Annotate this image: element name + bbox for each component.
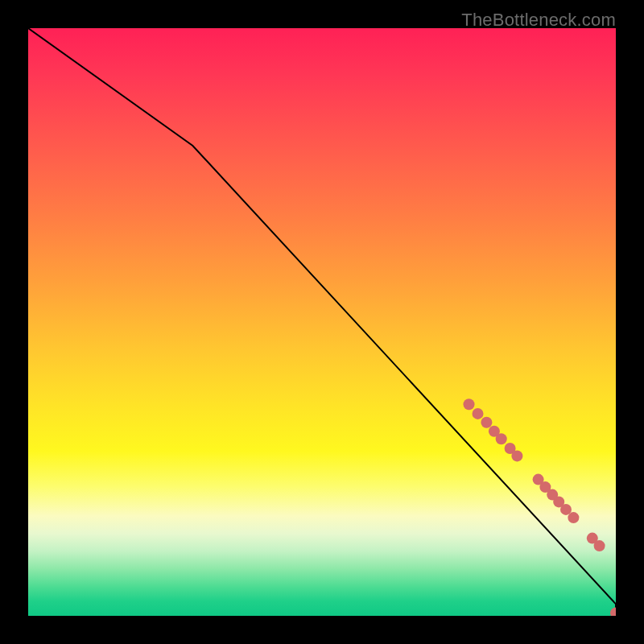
chart-frame: TheBottleneck.com — [0, 0, 644, 644]
series-curve — [28, 28, 616, 616]
data-point — [594, 540, 605, 551]
data-point — [481, 417, 492, 428]
data-point — [464, 398, 475, 410]
plot-area — [28, 28, 616, 616]
data-point — [511, 450, 522, 461]
chart-overlay — [28, 28, 616, 616]
marker-group — [464, 398, 617, 616]
data-point — [568, 512, 579, 523]
data-point — [610, 607, 616, 616]
data-point — [496, 433, 507, 444]
data-point — [473, 408, 484, 419]
